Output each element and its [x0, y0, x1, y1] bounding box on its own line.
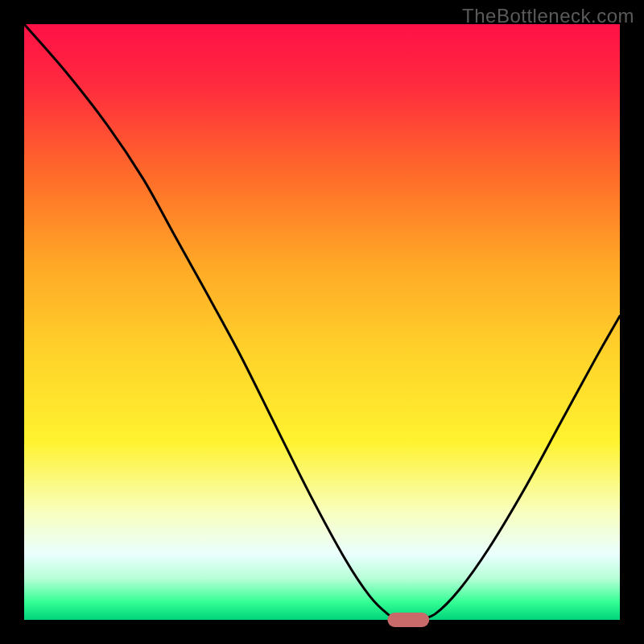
chart-container: TheBottleneck.com — [0, 0, 644, 644]
optimal-point-marker — [387, 613, 429, 627]
watermark-text: TheBottleneck.com — [462, 5, 634, 27]
bottleneck-chart — [0, 0, 644, 644]
plot-background — [24, 24, 620, 620]
